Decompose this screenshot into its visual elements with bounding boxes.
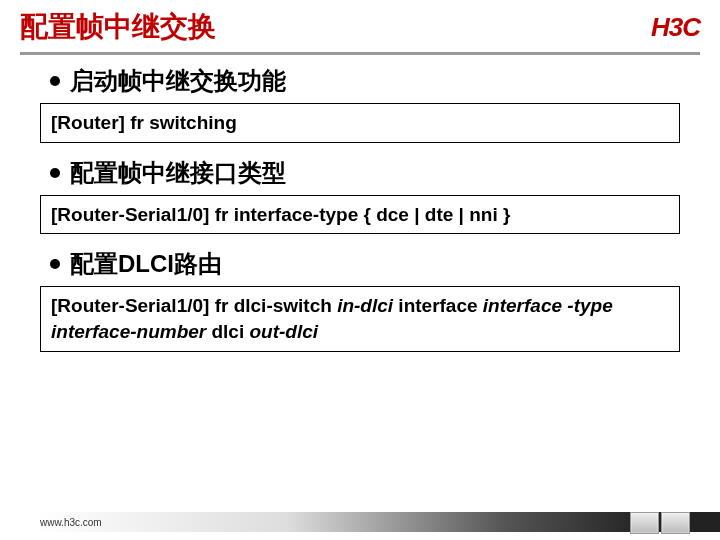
cmd3-pre: [Router-Serial1/0] fr dlci-switch xyxy=(51,295,337,316)
bullet-text-2: 配置帧中继接口类型 xyxy=(70,157,286,189)
command-box-3: [Router-Serial1/0] fr dlci-switch in-dlc… xyxy=(40,286,680,351)
command-box-1: [Router] fr switching xyxy=(40,103,680,143)
command-box-2: [Router-Serial1/0] fr interface-type { d… xyxy=(40,195,680,235)
brand-logo: H3C xyxy=(651,12,700,43)
bullet-text-3: 配置DLCI路由 xyxy=(70,248,222,280)
bullet-item-2: 配置帧中继接口类型 xyxy=(50,157,700,189)
footer-url: www.h3c.com xyxy=(40,517,102,528)
cmd3-mid2: dlci xyxy=(206,321,249,342)
cmd3-arg3: out-dlci xyxy=(250,321,319,342)
bullet-text-1: 启动帧中继交换功能 xyxy=(70,65,286,97)
bullet-item-3: 配置DLCI路由 xyxy=(50,248,700,280)
cmd3-arg1: in-dlci xyxy=(337,295,393,316)
bullet-icon xyxy=(50,76,60,86)
bullet-icon xyxy=(50,168,60,178)
command-text-1: [Router] fr switching xyxy=(51,112,237,133)
pager-next-icon[interactable] xyxy=(661,512,690,534)
pager-prev-icon[interactable] xyxy=(630,512,659,534)
header: 配置帧中继交换 H3C xyxy=(20,8,700,55)
slide-title: 配置帧中继交换 xyxy=(20,8,216,46)
bullet-item-1: 启动帧中继交换功能 xyxy=(50,65,700,97)
cmd3-mid1: interface xyxy=(393,295,483,316)
bullet-icon xyxy=(50,259,60,269)
footer-pager xyxy=(630,512,690,534)
footer-bar: www.h3c.com xyxy=(0,512,720,532)
command-text-2: [Router-Serial1/0] fr interface-type { d… xyxy=(51,204,510,225)
slide: 配置帧中继交换 H3C 启动帧中继交换功能 [Router] fr switch… xyxy=(0,0,720,540)
